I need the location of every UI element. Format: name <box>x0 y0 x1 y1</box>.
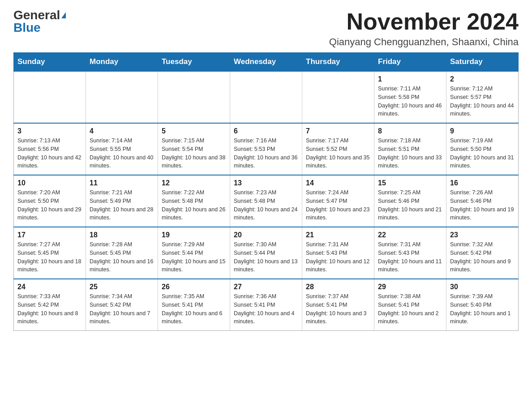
day-number: 29 <box>378 283 442 291</box>
day-info: Sunrise: 7:22 AMSunset: 5:48 PMDaylight:… <box>162 188 226 222</box>
calendar-cell: 2Sunrise: 7:12 AMSunset: 5:57 PMDaylight… <box>446 71 519 123</box>
day-info: Sunrise: 7:25 AMSunset: 5:46 PMDaylight:… <box>378 188 442 222</box>
day-of-week-header: Sunday <box>14 53 86 72</box>
day-number: 6 <box>234 127 298 135</box>
day-number: 10 <box>17 179 82 187</box>
calendar-cell: 27Sunrise: 7:36 AMSunset: 5:41 PMDayligh… <box>230 279 302 331</box>
day-number: 5 <box>162 127 226 135</box>
day-info: Sunrise: 7:33 AMSunset: 5:42 PMDaylight:… <box>17 292 82 326</box>
day-of-week-header: Thursday <box>302 53 374 72</box>
calendar-cell: 5Sunrise: 7:15 AMSunset: 5:54 PMDaylight… <box>158 123 230 175</box>
day-number: 24 <box>17 283 82 291</box>
day-info: Sunrise: 7:14 AMSunset: 5:55 PMDaylight:… <box>90 137 154 170</box>
day-number: 1 <box>378 75 442 83</box>
day-of-week-header: Wednesday <box>230 53 302 72</box>
calendar-cell: 3Sunrise: 7:13 AMSunset: 5:56 PMDaylight… <box>14 123 86 175</box>
day-number: 25 <box>90 283 154 291</box>
logo-general-text: General <box>13 9 60 21</box>
calendar-cell: 6Sunrise: 7:16 AMSunset: 5:53 PMDaylight… <box>230 123 302 175</box>
calendar-cell: 17Sunrise: 7:27 AMSunset: 5:45 PMDayligh… <box>14 227 86 279</box>
day-of-week-header: Saturday <box>446 53 519 72</box>
day-info: Sunrise: 7:38 AMSunset: 5:41 PMDaylight:… <box>378 292 442 326</box>
day-number: 28 <box>306 283 370 291</box>
month-year-title: November 2024 <box>329 9 519 34</box>
calendar-cell: 13Sunrise: 7:23 AMSunset: 5:48 PMDayligh… <box>230 175 302 227</box>
day-of-week-header: Friday <box>374 53 446 72</box>
day-info: Sunrise: 7:35 AMSunset: 5:41 PMDaylight:… <box>162 292 226 326</box>
calendar-week-row: 3Sunrise: 7:13 AMSunset: 5:56 PMDaylight… <box>14 123 519 175</box>
calendar-cell <box>158 71 230 123</box>
calendar-cell: 19Sunrise: 7:29 AMSunset: 5:44 PMDayligh… <box>158 227 230 279</box>
day-info: Sunrise: 7:18 AMSunset: 5:51 PMDaylight:… <box>378 137 442 170</box>
day-info: Sunrise: 7:29 AMSunset: 5:44 PMDaylight:… <box>162 240 226 274</box>
day-number: 11 <box>90 179 154 187</box>
day-number: 3 <box>17 127 82 135</box>
calendar-week-row: 10Sunrise: 7:20 AMSunset: 5:50 PMDayligh… <box>14 175 519 227</box>
day-of-week-header: Tuesday <box>158 53 230 72</box>
day-number: 23 <box>450 231 515 239</box>
day-number: 27 <box>234 283 298 291</box>
calendar-cell: 26Sunrise: 7:35 AMSunset: 5:41 PMDayligh… <box>158 279 230 331</box>
day-number: 18 <box>90 231 154 239</box>
calendar-cell: 30Sunrise: 7:39 AMSunset: 5:40 PMDayligh… <box>446 279 519 331</box>
calendar-cell <box>302 71 374 123</box>
day-info: Sunrise: 7:30 AMSunset: 5:44 PMDaylight:… <box>234 240 298 274</box>
day-info: Sunrise: 7:27 AMSunset: 5:45 PMDaylight:… <box>17 240 82 274</box>
calendar-cell: 15Sunrise: 7:25 AMSunset: 5:46 PMDayligh… <box>374 175 446 227</box>
day-info: Sunrise: 7:28 AMSunset: 5:45 PMDaylight:… <box>90 240 154 274</box>
day-number: 15 <box>378 179 442 187</box>
day-info: Sunrise: 7:37 AMSunset: 5:41 PMDaylight:… <box>306 292 370 326</box>
day-info: Sunrise: 7:31 AMSunset: 5:43 PMDaylight:… <box>378 240 442 274</box>
day-info: Sunrise: 7:12 AMSunset: 5:57 PMDaylight:… <box>450 85 515 118</box>
calendar-week-row: 17Sunrise: 7:27 AMSunset: 5:45 PMDayligh… <box>14 227 519 279</box>
day-info: Sunrise: 7:21 AMSunset: 5:49 PMDaylight:… <box>90 188 154 222</box>
calendar-cell: 21Sunrise: 7:31 AMSunset: 5:43 PMDayligh… <box>302 227 374 279</box>
logo: General Blue <box>13 9 66 34</box>
day-info: Sunrise: 7:17 AMSunset: 5:52 PMDaylight:… <box>306 137 370 170</box>
day-info: Sunrise: 7:19 AMSunset: 5:50 PMDaylight:… <box>450 137 515 170</box>
day-number: 12 <box>162 179 226 187</box>
day-number: 13 <box>234 179 298 187</box>
day-info: Sunrise: 7:26 AMSunset: 5:46 PMDaylight:… <box>450 188 515 222</box>
day-number: 16 <box>450 179 515 187</box>
title-area: November 2024 Qianyang Chengguanzhen, Sh… <box>329 9 519 48</box>
logo-triangle-icon <box>61 12 66 18</box>
calendar-cell: 9Sunrise: 7:19 AMSunset: 5:50 PMDaylight… <box>446 123 519 175</box>
calendar-header-row: SundayMondayTuesdayWednesdayThursdayFrid… <box>14 53 519 72</box>
calendar-cell: 10Sunrise: 7:20 AMSunset: 5:50 PMDayligh… <box>14 175 86 227</box>
day-number: 20 <box>234 231 298 239</box>
day-number: 30 <box>450 283 515 291</box>
day-number: 26 <box>162 283 226 291</box>
calendar-cell: 18Sunrise: 7:28 AMSunset: 5:45 PMDayligh… <box>86 227 158 279</box>
day-number: 19 <box>162 231 226 239</box>
day-info: Sunrise: 7:11 AMSunset: 5:58 PMDaylight:… <box>378 85 442 118</box>
calendar-cell: 1Sunrise: 7:11 AMSunset: 5:58 PMDaylight… <box>374 71 446 123</box>
calendar-cell: 12Sunrise: 7:22 AMSunset: 5:48 PMDayligh… <box>158 175 230 227</box>
day-info: Sunrise: 7:32 AMSunset: 5:42 PMDaylight:… <box>450 240 515 274</box>
day-info: Sunrise: 7:36 AMSunset: 5:41 PMDaylight:… <box>234 292 298 326</box>
calendar-cell: 25Sunrise: 7:34 AMSunset: 5:42 PMDayligh… <box>86 279 158 331</box>
calendar-cell: 4Sunrise: 7:14 AMSunset: 5:55 PMDaylight… <box>86 123 158 175</box>
location-subtitle: Qianyang Chengguanzhen, Shaanxi, China <box>329 36 519 48</box>
day-info: Sunrise: 7:24 AMSunset: 5:47 PMDaylight:… <box>306 188 370 222</box>
calendar-cell: 8Sunrise: 7:18 AMSunset: 5:51 PMDaylight… <box>374 123 446 175</box>
calendar-week-row: 1Sunrise: 7:11 AMSunset: 5:58 PMDaylight… <box>14 71 519 123</box>
calendar-cell: 16Sunrise: 7:26 AMSunset: 5:46 PMDayligh… <box>446 175 519 227</box>
day-number: 7 <box>306 127 370 135</box>
calendar-table: SundayMondayTuesdayWednesdayThursdayFrid… <box>13 52 519 331</box>
calendar-cell: 22Sunrise: 7:31 AMSunset: 5:43 PMDayligh… <box>374 227 446 279</box>
day-info: Sunrise: 7:23 AMSunset: 5:48 PMDaylight:… <box>234 188 298 222</box>
day-info: Sunrise: 7:15 AMSunset: 5:54 PMDaylight:… <box>162 137 226 170</box>
calendar-cell: 14Sunrise: 7:24 AMSunset: 5:47 PMDayligh… <box>302 175 374 227</box>
calendar-cell: 29Sunrise: 7:38 AMSunset: 5:41 PMDayligh… <box>374 279 446 331</box>
calendar-cell: 20Sunrise: 7:30 AMSunset: 5:44 PMDayligh… <box>230 227 302 279</box>
calendar-cell: 7Sunrise: 7:17 AMSunset: 5:52 PMDaylight… <box>302 123 374 175</box>
day-number: 14 <box>306 179 370 187</box>
calendar-cell: 11Sunrise: 7:21 AMSunset: 5:49 PMDayligh… <box>86 175 158 227</box>
calendar-cell <box>230 71 302 123</box>
day-number: 8 <box>378 127 442 135</box>
logo-blue-text: Blue <box>13 21 41 34</box>
day-number: 4 <box>90 127 154 135</box>
day-info: Sunrise: 7:20 AMSunset: 5:50 PMDaylight:… <box>17 188 82 222</box>
calendar-cell <box>86 71 158 123</box>
